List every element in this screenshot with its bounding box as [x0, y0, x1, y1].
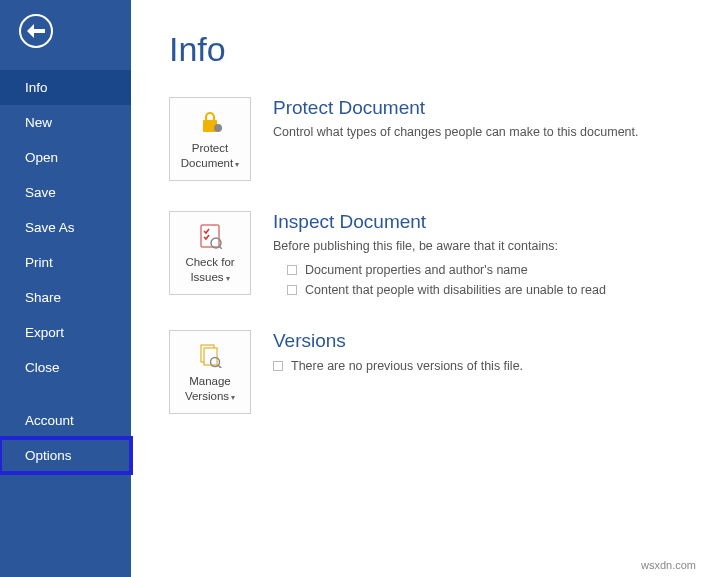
nav-item-account[interactable]: Account [0, 403, 131, 438]
versions-title: Versions [273, 330, 674, 352]
section-inspect: Check forIssues▾ Inspect Document Before… [169, 211, 674, 300]
nav-item-share[interactable]: Share [0, 280, 131, 315]
nav-item-print[interactable]: Print [0, 245, 131, 280]
nav-item-info[interactable]: Info [0, 70, 131, 105]
svg-rect-2 [217, 127, 222, 129]
back-arrow-icon [27, 24, 45, 38]
nav-item-options[interactable]: Options [0, 438, 131, 473]
nav-main: Info New Open Save Save As Print Share E… [0, 70, 131, 473]
nav-item-save-as[interactable]: Save As [0, 210, 131, 245]
inspect-desc: Before publishing this file, be aware th… [273, 237, 674, 256]
nav-item-save[interactable]: Save [0, 175, 131, 210]
checklist-icon [198, 221, 222, 251]
nav-item-export[interactable]: Export [0, 315, 131, 350]
back-button[interactable] [19, 14, 53, 48]
dropdown-icon: ▾ [231, 393, 235, 402]
section-versions: ManageVersions▾ Versions There are no pr… [169, 330, 674, 414]
versions-desc: There are no previous versions of this f… [273, 356, 674, 376]
nav-item-close[interactable]: Close [0, 350, 131, 385]
dropdown-icon: ▾ [226, 274, 230, 283]
protect-desc: Control what types of changes people can… [273, 123, 674, 142]
lock-icon [197, 107, 223, 137]
svg-line-9 [218, 365, 222, 368]
dropdown-icon: ▾ [235, 160, 239, 169]
inspect-title: Inspect Document [273, 211, 674, 233]
documents-icon [197, 340, 223, 370]
nav-item-new[interactable]: New [0, 105, 131, 140]
page-title: Info [169, 30, 674, 69]
main-content: Info ProtectDocument▾ Protect Document C… [131, 0, 704, 577]
svg-line-5 [219, 246, 222, 249]
attribution-text: wsxdn.com [641, 559, 696, 571]
protect-title: Protect Document [273, 97, 674, 119]
inspect-bullet: Content that people with disabilities ar… [273, 280, 674, 300]
manage-versions-button[interactable]: ManageVersions▾ [169, 330, 251, 414]
sidebar: Info New Open Save Save As Print Share E… [0, 0, 131, 577]
bullet-icon [273, 361, 283, 371]
section-protect: ProtectDocument▾ Protect Document Contro… [169, 97, 674, 181]
svg-rect-3 [201, 225, 219, 247]
bullet-icon [287, 265, 297, 275]
nav-item-open[interactable]: Open [0, 140, 131, 175]
inspect-bullet: Document properties and author's name [273, 260, 674, 280]
protect-document-button[interactable]: ProtectDocument▾ [169, 97, 251, 181]
check-issues-button[interactable]: Check forIssues▾ [169, 211, 251, 295]
bullet-icon [287, 285, 297, 295]
